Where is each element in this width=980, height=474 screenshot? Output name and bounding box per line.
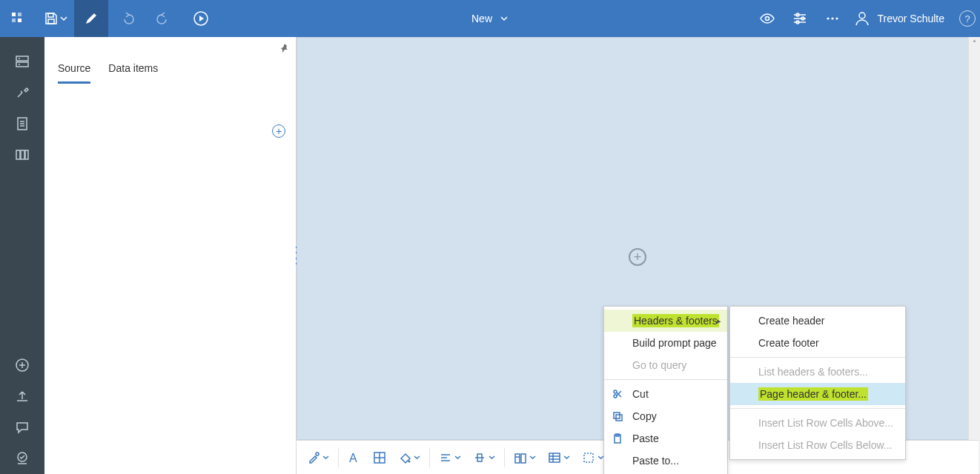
check-circle-icon bbox=[14, 450, 30, 467]
more-horizontal-icon bbox=[824, 10, 841, 27]
top-toolbar: New bbox=[0, 0, 980, 37]
pencil-icon bbox=[84, 11, 99, 26]
chevron-down-icon bbox=[489, 454, 495, 461]
sliders-icon bbox=[792, 10, 808, 27]
save-button[interactable] bbox=[37, 0, 74, 37]
paste-icon bbox=[612, 433, 623, 444]
eyedropper-button[interactable] bbox=[301, 441, 335, 475]
redo-button[interactable] bbox=[145, 0, 182, 37]
headers-footers-submenu: Create header Create footer List headers… bbox=[729, 306, 906, 460]
vertical-scrollbar[interactable]: ˄ ˅ bbox=[968, 37, 980, 474]
menu-copy[interactable]: Copy bbox=[604, 405, 727, 427]
play-circle-icon bbox=[193, 10, 209, 27]
group-button[interactable] bbox=[508, 441, 542, 475]
rail-share-button[interactable] bbox=[0, 381, 44, 412]
submenu-create-header[interactable]: Create header bbox=[730, 310, 905, 332]
eyedropper-icon bbox=[307, 451, 320, 464]
select-area-icon bbox=[582, 451, 595, 464]
menu-headers-footers[interactable]: Headers & footers bbox=[604, 310, 727, 332]
undo-button[interactable] bbox=[108, 0, 145, 37]
svg-rect-0 bbox=[12, 13, 16, 16]
canvas-add-button[interactable]: + bbox=[629, 248, 646, 266]
tab-data-items[interactable]: Data items bbox=[108, 62, 158, 84]
svg-rect-46 bbox=[521, 454, 526, 463]
report-title-dropdown[interactable]: New bbox=[471, 13, 509, 24]
svg-rect-4 bbox=[48, 13, 53, 17]
svg-rect-45 bbox=[515, 454, 520, 463]
rail-comment-button[interactable] bbox=[0, 412, 44, 443]
help-button[interactable]: ? bbox=[955, 0, 980, 37]
menu-cut[interactable]: Cut bbox=[604, 383, 727, 405]
settings-button[interactable] bbox=[784, 0, 816, 37]
menu-paste[interactable]: Paste bbox=[604, 427, 727, 450]
svg-rect-5 bbox=[48, 19, 54, 24]
redo-icon bbox=[156, 11, 171, 26]
menu-paste-to[interactable]: Paste to... bbox=[604, 450, 727, 472]
menu-build-prompt-page[interactable]: Build prompt page bbox=[604, 332, 727, 354]
summarize-button[interactable] bbox=[542, 441, 576, 475]
svg-point-17 bbox=[859, 13, 865, 19]
chevron-down-icon bbox=[414, 454, 420, 461]
edit-mode-button[interactable] bbox=[74, 0, 108, 37]
background-button[interactable] bbox=[392, 441, 426, 475]
rail-pages-button[interactable] bbox=[0, 108, 44, 139]
user-avatar[interactable] bbox=[849, 0, 875, 37]
svg-rect-28 bbox=[25, 150, 28, 159]
rail-add-button[interactable] bbox=[0, 350, 44, 381]
svg-point-7 bbox=[766, 17, 769, 21]
chevron-down-icon bbox=[322, 454, 329, 461]
chevron-down-icon bbox=[60, 15, 67, 22]
chevron-down-icon bbox=[454, 454, 461, 461]
submenu-create-footer[interactable]: Create footer bbox=[730, 332, 905, 354]
scissors-icon bbox=[612, 388, 623, 400]
help-icon: ? bbox=[959, 10, 976, 27]
font-icon: A bbox=[348, 451, 361, 464]
submenu-insert-below: Insert List Row Cells Below... bbox=[730, 434, 905, 456]
rail-data-button[interactable] bbox=[0, 46, 44, 77]
rail-toolbox-button[interactable] bbox=[0, 77, 44, 108]
rail-queries-button[interactable] bbox=[0, 139, 44, 170]
svg-rect-1 bbox=[18, 13, 21, 16]
svg-rect-2 bbox=[12, 19, 16, 22]
svg-point-54 bbox=[614, 395, 617, 398]
preview-button[interactable] bbox=[751, 0, 784, 37]
chevron-down-icon bbox=[563, 454, 570, 461]
svg-point-15 bbox=[832, 17, 834, 19]
left-rail bbox=[0, 37, 44, 474]
pin-icon bbox=[279, 43, 290, 53]
border-icon bbox=[373, 451, 386, 464]
valign-button[interactable] bbox=[467, 441, 501, 475]
rail-validate-button[interactable] bbox=[0, 443, 44, 474]
font-button[interactable]: A bbox=[342, 441, 367, 475]
user-icon bbox=[854, 10, 870, 27]
add-source-button[interactable]: + bbox=[272, 124, 285, 138]
tab-source[interactable]: Source bbox=[58, 62, 90, 84]
side-panel: Source Data items + bbox=[44, 37, 297, 474]
submenu-insert-above: Insert List Row Cells Above... bbox=[730, 412, 905, 434]
halign-button[interactable] bbox=[433, 441, 467, 475]
group-icon bbox=[514, 451, 527, 464]
pin-panel-button[interactable] bbox=[279, 43, 290, 53]
svg-point-39 bbox=[408, 460, 411, 462]
submenu-page-header-footer[interactable]: Page header & footer... bbox=[730, 383, 905, 405]
svg-point-21 bbox=[19, 64, 20, 65]
svg-point-34 bbox=[316, 453, 319, 455]
border-button[interactable] bbox=[367, 441, 392, 475]
svg-rect-27 bbox=[21, 150, 24, 159]
svg-rect-3 bbox=[18, 19, 21, 22]
app-home-button[interactable] bbox=[0, 0, 37, 37]
more-button[interactable] bbox=[816, 0, 849, 37]
table-icon bbox=[548, 451, 561, 464]
svg-rect-58 bbox=[616, 415, 622, 421]
svg-rect-57 bbox=[614, 413, 620, 418]
svg-point-53 bbox=[614, 390, 617, 393]
chevron-down-icon bbox=[529, 454, 536, 461]
scroll-up-icon[interactable]: ˄ bbox=[969, 37, 980, 49]
eye-icon bbox=[759, 10, 775, 27]
side-panel-tabs: Source Data items bbox=[44, 37, 296, 84]
server-icon bbox=[14, 53, 30, 70]
columns-icon bbox=[14, 147, 30, 163]
svg-rect-52 bbox=[584, 453, 593, 462]
svg-text:A: A bbox=[349, 452, 357, 464]
run-button[interactable] bbox=[182, 0, 219, 37]
